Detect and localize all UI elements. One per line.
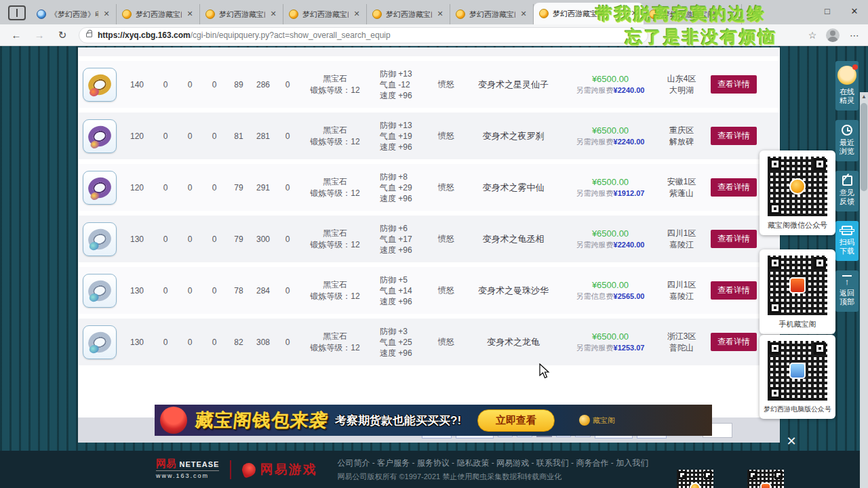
footer-link[interactable]: 隐私政策 [456, 458, 489, 468]
equip-row[interactable]: 130 0 0 0 78 284 0 黑宝石锻炼等级：12 防御 +5气血 +1… [79, 267, 779, 314]
item-icon[interactable] [83, 119, 117, 153]
browser-tab[interactable]: 梦幻西游藏宝阁 ✕ [117, 4, 200, 24]
favorites-star-icon[interactable]: ☆ [804, 30, 821, 41]
view-detail-button[interactable]: 查看详情 [711, 333, 757, 351]
stat-value: +96 [398, 142, 416, 152]
effect-label: 愤怒 [430, 182, 462, 193]
equip-row[interactable]: 120 0 0 0 81 281 0 黑宝石锻炼等级：12 防御 +13气血 +… [79, 113, 779, 159]
tab-close-icon[interactable]: ✕ [184, 9, 195, 20]
equip-row[interactable]: 120 0 0 0 79 291 0 黑宝石锻炼等级：12 防御 +8气血 +2… [79, 164, 779, 211]
browser-tab[interactable]: 梦幻西游藏宝阁 ✕ [450, 4, 534, 24]
sidebar-item-back-to-top[interactable]: ↑ 返回顶部 [835, 270, 859, 312]
price-main: ¥6500.00 [564, 279, 656, 291]
forward-icon[interactable]: → [33, 29, 46, 41]
item-icon[interactable] [83, 171, 117, 205]
stat-key: 速度 [380, 245, 398, 255]
view-detail-button[interactable]: 查看详情 [711, 281, 757, 300]
gem-name: 黑宝石 [300, 331, 370, 342]
col-n3: 0 [202, 183, 226, 192]
sidebar-item-feedback[interactable]: 意见反馈 [835, 171, 859, 211]
view-detail-button[interactable]: 查看详情 [711, 230, 757, 248]
address-bar[interactable]: https://xyq.cbg.163.com/cgi-bin/equipque… [79, 27, 648, 43]
site-favicon-icon [122, 9, 132, 19]
view-detail-button[interactable]: 查看详情 [711, 127, 757, 145]
gem-info: 黑宝石锻炼等级：12 [300, 228, 370, 251]
sidebar-label: 最近浏览 [835, 138, 859, 156]
col-n4: 79 [226, 183, 251, 192]
tab-title: 梦幻西游藏宝阁 [386, 9, 432, 20]
server-name: 大明湖 [656, 85, 707, 96]
banner-cta-button[interactable]: 立即查看 [477, 409, 555, 432]
scroll-thumb[interactable] [861, 103, 867, 191]
stat-key: 防御 [380, 121, 398, 130]
footer-link[interactable]: 服务协议 [417, 458, 450, 468]
server-name: 普陀山 [656, 342, 707, 354]
window-close-button[interactable]: ✕ [841, 0, 868, 23]
page-background: 140 0 0 0 89 286 0 黑宝石锻炼等级：12 防御 +13气血 -… [0, 46, 868, 488]
stat-key: 防御 [380, 172, 398, 182]
item-name: 变身术之龙龟 [462, 336, 564, 348]
server-info: 重庆区解放碑 [656, 125, 707, 148]
col-n4: 79 [226, 235, 251, 244]
stats-block: 防御 +6气血 +17速度 +96 [370, 223, 430, 256]
equip-row[interactable]: 140 0 0 0 89 286 0 黑宝石锻炼等级：12 防御 +13气血 -… [79, 61, 779, 108]
back-icon[interactable]: ← [9, 29, 23, 41]
server-region: 四川1区 [656, 279, 707, 291]
sidebar-item-scan-download[interactable]: 扫码下载 [835, 221, 859, 261]
stat-key: 气血 [380, 286, 398, 296]
qr-label: 藏宝阁微信公众号 [760, 220, 835, 230]
view-detail-button[interactable]: 查看详情 [711, 75, 757, 94]
col-n2: 0 [178, 286, 202, 296]
gem-name: 黑宝石 [300, 228, 370, 239]
item-icon[interactable] [83, 274, 117, 308]
clock-icon [842, 125, 852, 136]
item-icon[interactable] [83, 68, 117, 102]
stat-value: +13 [398, 120, 416, 131]
browser-tab[interactable]: 《梦幻西游》电脑版 ✕ [31, 4, 117, 24]
scrollbar[interactable]: ▲ [860, 92, 868, 488]
stat-key: 速度 [380, 348, 398, 358]
server-name: 嘉陵江 [656, 239, 707, 251]
tab-close-icon[interactable]: ✕ [101, 9, 112, 20]
equip-row[interactable]: 130 0 0 0 82 308 0 黑宝石锻炼等级：12 防御 +3气血 +2… [79, 319, 779, 365]
equip-row[interactable]: 130 0 0 0 79 300 0 黑宝石锻炼等级：12 防御 +6气血 +1… [79, 216, 779, 262]
tab-close-icon[interactable]: ✕ [268, 9, 279, 20]
price-block: ¥6500.00 另需跨服费¥2240.00 [564, 73, 656, 96]
browser-tab[interactable]: 梦幻西游藏宝阁 ✕ [367, 4, 450, 24]
browser-tab[interactable]: 梦幻西游藏宝阁 ✕ [283, 4, 367, 24]
banner-character-art [160, 407, 187, 434]
item-icon[interactable] [83, 325, 117, 359]
tab-close-icon[interactable]: ✕ [435, 9, 446, 20]
footer-link[interactable]: 公司简介 [337, 458, 370, 468]
sidebar-item-online-fairy[interactable]: 在线精灵 [835, 61, 859, 110]
footer-link[interactable]: 网易游戏 [496, 458, 529, 468]
view-detail-button[interactable]: 查看详情 [711, 178, 757, 197]
col-n4: 78 [226, 286, 251, 296]
scroll-up-icon[interactable]: ▲ [860, 92, 868, 102]
sidebar-item-recent-views[interactable]: 最近浏览 [835, 120, 859, 161]
stats-block: 防御 +3气血 +25速度 +96 [370, 326, 430, 359]
tab-search-icon[interactable] [8, 5, 26, 20]
effect-label: 愤怒 [430, 130, 462, 142]
profile-avatar[interactable] [826, 28, 840, 42]
footer-divider [230, 460, 231, 479]
footer-link[interactable]: 客户服务 [377, 458, 410, 468]
promo-banner[interactable]: 藏宝阁钱包来袭 考察期货款也能买买买?! 立即查看 藏宝阁 [155, 405, 712, 436]
tab-close-icon[interactable]: ✕ [518, 9, 529, 20]
refresh-icon[interactable]: ↻ [56, 29, 69, 41]
banner-close-icon[interactable]: ✕ [784, 434, 799, 449]
col-n1: 0 [153, 286, 178, 296]
tab-title: 《梦幻西游》电脑版 [50, 9, 98, 20]
maximize-button[interactable]: □ [814, 0, 841, 23]
footer-link[interactable]: 联系我们 [536, 458, 569, 468]
browser-tab[interactable]: 梦幻西游藏宝阁 ✕ [200, 4, 283, 24]
tab-close-icon[interactable]: ✕ [351, 9, 362, 20]
footer-link[interactable]: 加入我们 [616, 458, 648, 468]
fee-label: 另需跨服费 [576, 138, 614, 146]
screen: 《梦幻西游》电脑版 ✕ 梦幻西游藏宝阁 ✕ 梦幻西游藏宝阁 ✕ 梦幻西游藏宝阁 … [0, 0, 868, 488]
more-menu-icon[interactable]: ⋯ [846, 30, 863, 41]
fee-amount: ¥2240.00 [614, 138, 645, 146]
server-region: 四川1区 [656, 228, 707, 239]
item-icon[interactable] [83, 222, 117, 256]
footer-link[interactable]: 商务合作 [576, 458, 608, 468]
